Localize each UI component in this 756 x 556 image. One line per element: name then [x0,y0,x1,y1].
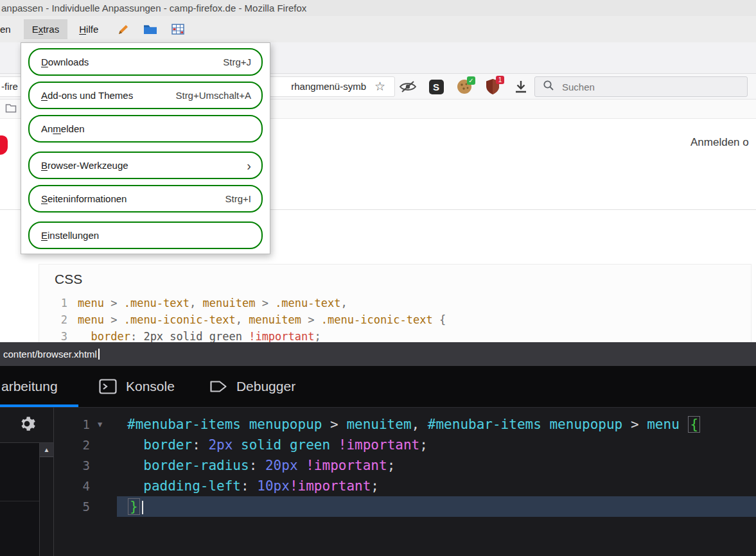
menu-item-label: Seiteninformationen [41,193,127,204]
menu-item-seiteninformationen[interactable]: Seiteninformationen Strg+I [28,185,263,213]
fold-arrow-icon[interactable]: ▼ [96,414,117,435]
search-field[interactable] [534,76,748,97]
css-editor[interactable]: 1▼#menubar-items menupopup > menuitem, #… [54,408,756,556]
code-block-title: CSS [55,272,751,287]
text-cursor [98,349,100,360]
code-token [330,437,338,453]
extension-icons: S ✓ 1 [400,76,529,97]
cookie-icon[interactable]: ✓ [456,78,473,95]
line-number: 2 [54,435,96,455]
eye-icon[interactable] [400,78,416,95]
tab-label: arbeitung [1,379,58,394]
stylesheet-list[interactable] [0,443,40,556]
tab-console[interactable]: Konsole [92,366,181,407]
signin-link[interactable]: Anmelden o [690,136,749,149]
menu-item-label: Downloads [41,56,89,67]
menubar-item-hilfe[interactable]: Hilfe [71,19,106,39]
scroll-up-button[interactable]: ▲ [40,443,53,457]
devtools-tabbar: arbeitung Konsole Debugger [0,366,756,408]
pen-icon[interactable] [118,24,129,35]
devtools-titlebar: content/browser.xhtml [0,342,756,366]
settings-gear-icon[interactable] [19,415,35,435]
folder-icon[interactable] [143,24,157,35]
css-code-block: CSS 1menu > .menu-text, menuitem > .menu… [39,264,752,342]
scroll-up-arrow-icon: ▲ [44,446,50,453]
code-token: !important [338,437,419,453]
code-token: menu [647,417,687,432]
menu-item-shortcut: Strg+I [225,193,251,204]
code-token [127,437,143,453]
tab-debugger[interactable]: Debugger [203,366,302,407]
menu-item-addons[interactable]: Add-ons und Themes Strg+Umschalt+A [28,82,263,109]
code-token [127,458,143,473]
code-token: } [128,498,140,515]
urlbar-text-right: rhangmenü-symb [291,77,366,96]
table-icon[interactable] [171,24,184,35]
sidebar-scrollbar[interactable]: ▲ [40,443,54,556]
menu-item-downloads[interactable]: Downloads Strg+J [28,48,263,76]
code-text: border: 2px solid green !important; [117,435,756,455]
code-token: menuitem [203,297,262,309]
menu-item-label: Browser-Werkzeuge [41,160,128,171]
window-titlebar: anpassen - Individuelle Anpassungen - ca… [0,0,756,16]
code-token: ; [315,330,321,342]
editor-line: 2 border: 2px solid green !important; [54,435,756,455]
code-token: !important [249,330,314,342]
code-token: : [192,437,208,453]
bookmark-star-icon[interactable]: ☆ [374,77,385,96]
fold-gutter [96,455,117,476]
code-token: > [308,313,321,326]
css-code-line: 2menu > .menu-iconic-text, menuitem > .m… [55,311,751,328]
code-token: menuitem [346,417,411,432]
code-token [233,437,241,453]
menu-bar: en Extras Hilfe [0,16,756,42]
code-token: .menu-text [124,297,189,309]
code-text: } [117,496,756,517]
code-token: { [688,416,700,433]
editor-cursor [142,501,143,514]
shield-icon[interactable]: 1 [484,78,501,95]
code-text: #menubar-items menupopup > menuitem, #me… [117,414,756,435]
site-logo-fragment [0,135,8,155]
search-input[interactable] [561,81,692,93]
extras-dropdown-menu: Downloads Strg+J Add-ons und Themes Strg… [21,42,270,254]
editor-line: 5} [54,496,756,517]
code-token: > [330,417,346,432]
code-token: 20px [265,458,298,473]
fold-gutter [96,496,117,517]
label-accesskey: H [79,24,86,35]
tab-label: Konsole [126,379,175,394]
tab-style-editor[interactable]: arbeitung [0,366,78,407]
menubar-item-extras[interactable]: Extras [24,19,68,39]
stylus-icon[interactable]: S [428,78,444,95]
console-icon [99,379,117,394]
debugger-icon [209,379,227,394]
code-token: menu [78,313,110,326]
code-token: > [110,297,123,309]
line-number: 3 [55,328,67,342]
code-token [127,478,143,494]
code-token: > [110,313,123,326]
code-token: ; [419,437,428,453]
code-token: menuitem [249,313,308,326]
line-number: 1 [54,414,96,435]
code-token: .menu-iconic-text [321,313,439,326]
screen: anpassen - Individuelle Anpassungen - ca… [0,0,756,556]
menu-item-anmelden[interactable]: Anmelden [28,115,263,143]
css-code-line: 1menu > .menu-text, menuitem > .menu-tex… [55,295,751,311]
menubar-item-cropped[interactable]: en [0,20,16,39]
line-number: 1 [55,295,67,311]
code-token: 2px solid green [143,330,249,342]
menu-item-einstellungen[interactable]: Einstellungen [28,222,263,249]
code-token: #menubar-items menupopup [428,417,631,432]
line-number: 3 [54,455,96,476]
code-token: menu [78,297,110,309]
submenu-arrow-icon: › [247,159,251,172]
code-token: border [143,437,192,453]
stylesheet-item[interactable] [0,443,39,501]
line-number: 4 [54,476,96,496]
download-icon[interactable] [513,78,529,95]
label-post: ilfe [86,24,98,35]
menu-item-browser-werkzeuge[interactable]: Browser-Werkzeuge › [28,152,263,179]
editor-line: 3 border-radius: 20px !important; [54,455,756,476]
